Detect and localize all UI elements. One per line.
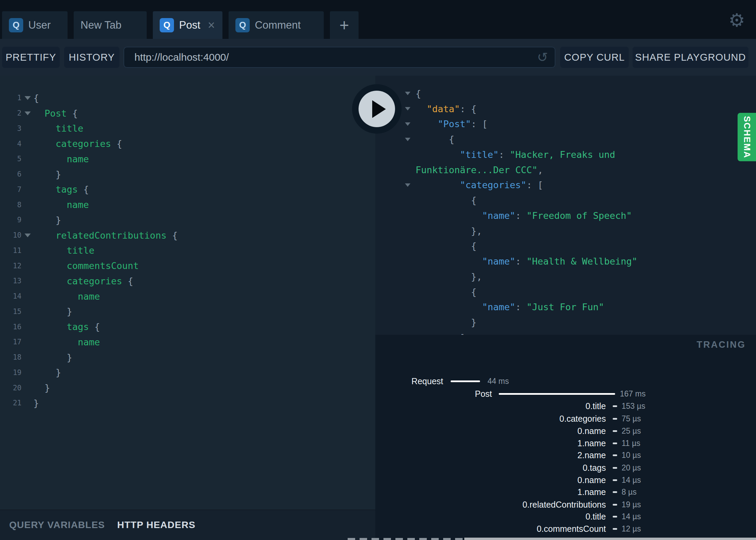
code-text: ] <box>416 332 465 335</box>
editor-line[interactable]: 10 relatedContributions { <box>0 228 375 243</box>
code-token: }, <box>416 271 482 282</box>
trace-duration-value: 12 µs <box>622 523 641 534</box>
tab-new-tab[interactable]: New Tab <box>74 11 147 39</box>
editor-line[interactable]: 7 tags { <box>0 182 375 197</box>
code-text: name <box>33 154 89 164</box>
trace-label: Request <box>375 376 443 387</box>
code-token: : { <box>460 104 477 114</box>
query-type-badge: Q <box>9 18 23 32</box>
code-token: } <box>33 306 72 317</box>
reload-schema-icon[interactable]: ↺ <box>537 51 548 64</box>
code-text: { <box>416 134 454 145</box>
response-line: { <box>375 284 756 300</box>
tab-post[interactable]: QPost× <box>153 11 222 39</box>
editor-line[interactable]: 5 name <box>0 151 375 167</box>
editor-line[interactable]: 3 title <box>0 121 375 136</box>
prettify-button[interactable]: PRETTIFY <box>2 47 60 68</box>
tab-comment[interactable]: QComment <box>229 11 324 39</box>
editor-line[interactable]: 15 } <box>0 304 375 319</box>
code-token: : [ <box>471 119 488 129</box>
fold-arrow-icon[interactable] <box>25 234 31 237</box>
trace-duration-value: 14 µs <box>622 475 641 485</box>
line-number: 20 <box>0 384 21 392</box>
trace-label: 0.title <box>375 511 606 522</box>
http-headers-tab[interactable]: HTTP HEADERS <box>117 520 195 530</box>
code-text: tags { <box>33 184 89 195</box>
code-token: { <box>416 134 454 145</box>
settings-gear-icon[interactable]: ⚙ <box>729 8 745 32</box>
editor-line[interactable]: 13 categories { <box>0 273 375 289</box>
schema-side-tab[interactable]: SCHEMA <box>738 113 756 161</box>
code-token: title <box>56 123 83 134</box>
trace-duration-value: 44 ms <box>488 376 509 387</box>
code-token: "Freedom of Speech" <box>526 210 632 221</box>
code-text: categories { <box>33 138 122 149</box>
editor-line[interactable]: 6 } <box>0 167 375 182</box>
code-text: "Post": [ <box>416 119 488 129</box>
code-token <box>33 260 67 271</box>
editor-line[interactable]: 11 title <box>0 243 375 258</box>
copy-curl-button[interactable]: COPY CURL <box>560 47 629 68</box>
editor-line[interactable]: 8 name <box>0 197 375 212</box>
code-text: tags { <box>33 321 100 332</box>
fold-arrow-icon[interactable] <box>405 138 410 141</box>
code-token: } <box>33 352 72 363</box>
editor-line[interactable]: 4 categories { <box>0 136 375 151</box>
share-playground-button[interactable]: SHARE PLAYGROUND <box>633 47 748 68</box>
editor-line[interactable]: 9 } <box>0 212 375 228</box>
horizontal-scrollbar-thumb[interactable] <box>464 538 756 540</box>
fold-arrow-icon[interactable] <box>405 107 410 110</box>
trace-duration-value: 153 µs <box>622 401 645 411</box>
editor-line[interactable]: 1{ <box>0 90 375 106</box>
code-token: name <box>78 337 100 347</box>
tracing-title: TRACING <box>697 340 746 350</box>
code-token <box>33 321 67 332</box>
trace-label: 0.title <box>375 401 606 411</box>
tab-user[interactable]: QUser <box>2 11 68 39</box>
editor-line[interactable]: 18 } <box>0 350 375 365</box>
editor-line[interactable]: 12 commentsCount <box>0 258 375 273</box>
line-number: 6 <box>0 170 21 178</box>
trace-label: 2.name <box>375 450 606 461</box>
history-button[interactable]: HISTORY <box>64 47 119 68</box>
trace-label: 0.tags <box>375 462 606 473</box>
fold-arrow-icon[interactable] <box>405 183 410 187</box>
trace-row: 0.categories75 µs <box>375 413 756 424</box>
code-token <box>416 149 460 160</box>
tab-label: User <box>28 19 50 31</box>
line-number: 8 <box>0 201 21 209</box>
query-editor-pane[interactable]: 1{2 Post {3 title4 categories {5 name6 }… <box>0 76 375 510</box>
trace-tick-dash <box>613 442 617 444</box>
close-tab-icon[interactable]: × <box>208 19 215 31</box>
response-line: "name": "Freedom of Speech" <box>375 208 756 223</box>
trace-duration-value: 11 µs <box>622 438 640 449</box>
code-token: "name" <box>482 256 515 267</box>
query-editor-lines: 1{2 Post {3 title4 categories {5 name6 }… <box>0 90 375 411</box>
code-token: { <box>416 241 477 251</box>
execute-query-button[interactable] <box>352 84 402 134</box>
editor-line[interactable]: 2 Post { <box>0 106 375 121</box>
endpoint-url-input[interactable]: http://localhost:4000/ ↺ <box>123 47 555 68</box>
fold-arrow-icon[interactable] <box>405 122 410 126</box>
fold-arrow-slot <box>405 107 416 110</box>
code-text: "name": "Freedom of Speech" <box>416 210 632 221</box>
code-token: { <box>122 276 133 286</box>
code-token: "Post" <box>438 119 471 129</box>
editor-line[interactable]: 14 name <box>0 289 375 304</box>
line-number: 9 <box>0 216 21 224</box>
tab-label: New Tab <box>81 19 121 31</box>
play-icon <box>372 100 386 118</box>
editor-line[interactable]: 16 tags { <box>0 319 375 334</box>
query-variables-tab[interactable]: QUERY VARIABLES <box>9 520 105 530</box>
editor-line[interactable]: 21} <box>0 395 375 411</box>
line-number: 4 <box>0 140 21 148</box>
trace-tick-dash <box>613 528 617 530</box>
new-tab-button[interactable]: + <box>330 11 359 39</box>
fold-arrow-icon[interactable] <box>25 96 31 100</box>
editor-line[interactable]: 20 } <box>0 380 375 395</box>
fold-arrow-icon[interactable] <box>405 92 410 95</box>
editor-line[interactable]: 17 name <box>0 334 375 350</box>
fold-arrow-slot <box>405 92 416 95</box>
editor-line[interactable]: 19 } <box>0 365 375 380</box>
fold-arrow-icon[interactable] <box>25 111 31 115</box>
